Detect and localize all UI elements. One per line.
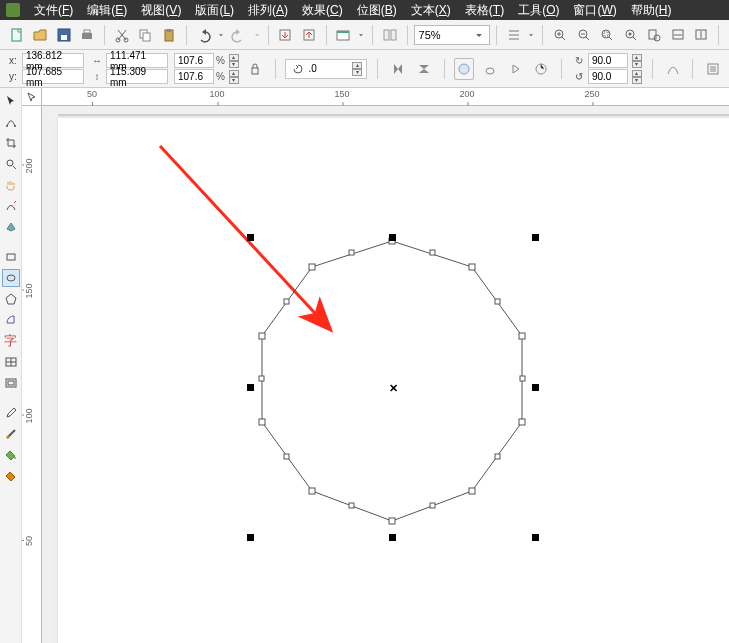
sel-handle-bl[interactable] [247, 534, 254, 541]
fill-tool[interactable] [2, 446, 20, 464]
ruler-origin[interactable] [22, 88, 42, 106]
zoom-in-button[interactable] [549, 24, 571, 46]
ellipse-tool[interactable] [2, 269, 20, 287]
rot-h-input[interactable]: 90.0 [588, 53, 628, 68]
cut-button[interactable] [111, 24, 133, 46]
hand-tool[interactable] [2, 176, 20, 194]
menu-arrange[interactable]: 排列(A) [248, 2, 288, 19]
undo-button[interactable] [193, 24, 215, 46]
menu-edit[interactable]: 编辑(E) [87, 2, 127, 19]
menu-help[interactable]: 帮助(H) [631, 2, 672, 19]
rot-h-spinner[interactable]: ▴▾ [632, 54, 642, 68]
zoom-out-button[interactable] [573, 24, 595, 46]
menu-tools[interactable]: 工具(O) [518, 2, 559, 19]
zoom-tool[interactable] [2, 155, 20, 173]
smart-fill-tool[interactable] [2, 218, 20, 236]
scale-y-input[interactable]: 107.6 [174, 69, 214, 84]
pick-tool[interactable] [2, 92, 20, 110]
height-input[interactable]: 115.309 mm [106, 69, 168, 84]
rectangle-tool[interactable] [2, 248, 20, 266]
zoom-page-button[interactable] [643, 24, 665, 46]
rotation-spinner[interactable]: ▴▾ [352, 62, 362, 76]
app-launcher-button[interactable] [333, 24, 355, 46]
sel-handle-tl[interactable] [247, 234, 254, 241]
menu-layout[interactable]: 版面(L) [195, 2, 234, 19]
sel-handle-bc[interactable] [389, 534, 396, 541]
print-button[interactable] [77, 24, 99, 46]
eyedropper-tool[interactable] [2, 404, 20, 422]
to-back-button[interactable] [480, 58, 500, 80]
crop-tool[interactable] [2, 134, 20, 152]
mirror-h-button[interactable] [388, 58, 408, 80]
zoom-height-button[interactable] [690, 24, 712, 46]
table-tool[interactable] [2, 353, 20, 371]
menubar: 文件(F) 编辑(E) 视图(V) 版面(L) 排列(A) 效果(C) 位图(B… [0, 0, 729, 20]
zoom-all-button[interactable] [620, 24, 642, 46]
basic-shapes-tool[interactable] [2, 311, 20, 329]
snap-button[interactable] [503, 24, 525, 46]
freehand-tool[interactable] [2, 197, 20, 215]
menu-file[interactable]: 文件(F) [34, 2, 73, 19]
copy-button[interactable] [135, 24, 157, 46]
menu-bitmap[interactable]: 位图(B) [357, 2, 397, 19]
chevron-down-icon [473, 29, 485, 41]
sel-handle-ml[interactable] [247, 384, 254, 391]
new-button[interactable] [6, 24, 28, 46]
app-dropdown[interactable] [356, 24, 366, 46]
rot-h-icon: ↻ [572, 54, 586, 68]
dimension-tool[interactable] [2, 374, 20, 392]
menu-window[interactable]: 窗口(W) [573, 2, 616, 19]
mirror-v-button[interactable] [414, 58, 434, 80]
redo-button[interactable] [228, 24, 250, 46]
lock-ratio-button[interactable] [245, 58, 265, 80]
menu-text[interactable]: 文本(X) [411, 2, 451, 19]
y-input[interactable]: 107.685 mm [22, 69, 84, 84]
order-forward-button[interactable] [506, 58, 526, 80]
rotation-input[interactable]: ▴▾ [285, 59, 367, 79]
outline-tool[interactable] [2, 425, 20, 443]
text-tool[interactable]: 字 [2, 332, 20, 350]
rot-v-spinner[interactable]: ▴▾ [632, 70, 642, 84]
sel-handle-mr[interactable] [532, 384, 539, 391]
svg-rect-4 [84, 30, 90, 33]
zoom-selection-button[interactable] [596, 24, 618, 46]
horizontal-ruler[interactable]: 50 100 150 200 250 [42, 88, 729, 106]
undo-dropdown[interactable] [216, 24, 226, 46]
sel-handle-tc[interactable] [389, 234, 396, 241]
svg-rect-57 [430, 503, 435, 508]
export-button[interactable] [298, 24, 320, 46]
sel-handle-br[interactable] [532, 534, 539, 541]
sel-handle-tr[interactable] [532, 234, 539, 241]
zoom-combo[interactable]: 75% [414, 25, 490, 45]
polygon-tool[interactable] [2, 290, 20, 308]
x-label: x: [6, 55, 20, 66]
scale-y-spinner[interactable]: ▴▾ [229, 70, 239, 84]
canvas[interactable]: ✕ [42, 106, 729, 643]
interactive-fill-tool[interactable] [2, 467, 20, 485]
scale-x-input[interactable]: 107.6 [174, 53, 214, 68]
svg-rect-2 [61, 35, 67, 40]
snap-dropdown[interactable] [526, 24, 536, 46]
workspace: 字 50 100 150 200 250 200 150 100 50 [0, 88, 729, 643]
zoom-width-button[interactable] [667, 24, 689, 46]
redo-dropdown[interactable] [252, 24, 262, 46]
save-button[interactable] [53, 24, 75, 46]
shape-tool[interactable] [2, 113, 20, 131]
open-button[interactable] [30, 24, 52, 46]
menu-effects[interactable]: 效果(C) [302, 2, 343, 19]
canvas-area: 50 100 150 200 250 200 150 100 50 [22, 88, 729, 643]
vertical-ruler[interactable]: 200 150 100 50 [22, 106, 42, 643]
wrap-text-button[interactable] [703, 58, 723, 80]
import-button[interactable] [275, 24, 297, 46]
paste-button[interactable] [158, 24, 180, 46]
to-front-button[interactable] [454, 58, 474, 80]
svg-rect-45 [519, 333, 525, 339]
order-back-button[interactable] [531, 58, 551, 80]
menu-table[interactable]: 表格(T) [465, 2, 504, 19]
rot-v-input[interactable]: 90.0 [588, 69, 628, 84]
menu-view[interactable]: 视图(V) [141, 2, 181, 19]
y-label: y: [6, 71, 20, 82]
scale-x-spinner[interactable]: ▴▾ [229, 54, 239, 68]
welcome-button[interactable] [379, 24, 401, 46]
convert-curve-button[interactable] [663, 58, 683, 80]
